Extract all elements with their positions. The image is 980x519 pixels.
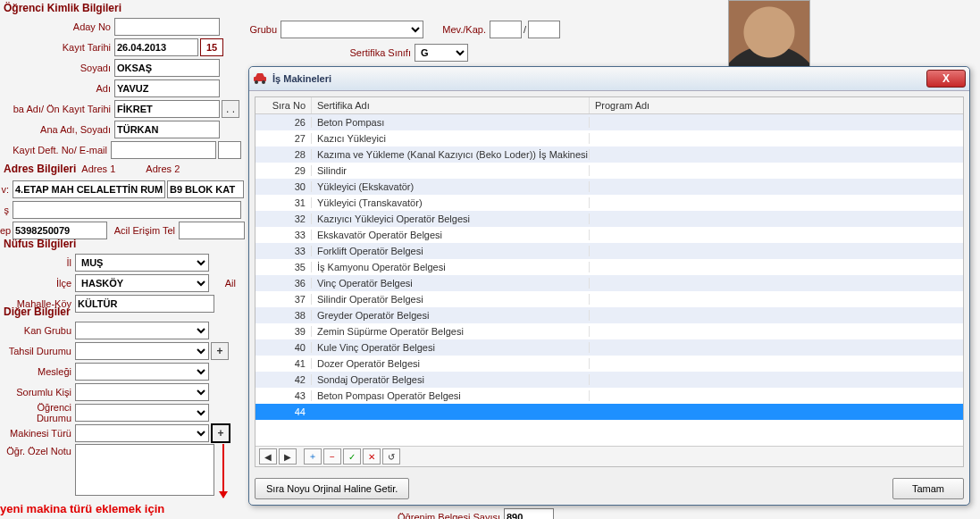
lbl-adi: Adı (0, 83, 114, 94)
baba-adi-ellipsis-button[interactable]: . . (222, 100, 239, 118)
table-row[interactable]: 41Dozer Operatör Belgesi (255, 356, 963, 372)
section-ogrenci-kimlik: Öğrenci Kimlik Bilgileri (0, 0, 241, 16)
nav-cancel-button[interactable]: ✕ (363, 448, 381, 465)
table-row[interactable]: 39Zemin Süpürme Operatör Belgesi (255, 323, 963, 339)
table-row[interactable]: 35İş Kamyonu Operatör Belgesi (255, 259, 963, 275)
table-row[interactable]: 29Silindir (255, 163, 963, 179)
sorumlu-select[interactable] (75, 383, 209, 401)
car-icon (253, 71, 267, 86)
table-row[interactable]: 28Kazıma ve Yükleme (Kanal Kazıyıcı (Bek… (255, 146, 963, 163)
mev-input[interactable] (490, 21, 522, 38)
cell-sira: 26 (255, 117, 312, 128)
table-row[interactable]: 44 (255, 404, 963, 420)
cell-sertifika: Forklift Operatör Belgesi (312, 246, 590, 256)
table-row[interactable]: 42Sondaj Operatör Belgesi (255, 372, 963, 388)
dialog-title: İş Makineleri (272, 73, 331, 84)
table-row[interactable]: 31Yükleyici (Transkavatör) (255, 195, 963, 211)
tahsil-select[interactable] (75, 342, 209, 360)
cell-sertifika: Vinç Operatör Belgesi (312, 278, 590, 289)
soyadi-input[interactable] (114, 59, 220, 77)
lbl-ilce: İlçe (0, 278, 75, 289)
cell-sira: 41 (255, 358, 312, 369)
ogrenci-durumu-select[interactable] (75, 404, 209, 422)
kayit-tarihi-suffix[interactable] (200, 38, 223, 56)
sira-no-reset-button[interactable]: Sıra Noyu Orjinal Haline Getir. (255, 478, 409, 499)
section-diger: Diğer Bilgiler (0, 304, 250, 320)
lbl-adres1: Adres 1 (81, 163, 146, 174)
cell-sertifika: Silindir (312, 165, 590, 176)
table-row[interactable]: 37Silindir Operatör Belgesi (255, 291, 963, 307)
ozel-notu-textarea[interactable] (75, 444, 214, 496)
table-row[interactable]: 33Ekskavatör Operatör Belgesi (255, 227, 963, 243)
kan-select[interactable] (75, 322, 209, 339)
dialog-close-button[interactable]: X (926, 70, 966, 88)
adres2-input[interactable] (167, 180, 244, 198)
grubu-select[interactable] (281, 21, 423, 38)
ilce-select[interactable]: HASKÖY (75, 274, 209, 292)
kap-input[interactable] (528, 21, 560, 38)
nav-refresh-button[interactable]: ↺ (382, 448, 400, 465)
col-sira-no[interactable]: Sıra No (255, 97, 312, 113)
cell-sira: 44 (255, 406, 312, 417)
lbl-mev-kap: Mev./Kap. (423, 24, 490, 35)
cell-sira: 42 (255, 374, 312, 385)
cell-sertifika: Kazıcı Yükleyici (312, 133, 590, 144)
table-row[interactable]: 33Forklift Operatör Belgesi (255, 243, 963, 259)
lbl-ana-adi: Ana Adı, Soyadı (0, 124, 114, 135)
adi-input[interactable] (114, 80, 220, 97)
lbl-kayit-tarihi: Kayıt Tarihi (0, 42, 114, 53)
baba-adi-input[interactable] (114, 100, 220, 118)
kayit-tarihi-input[interactable] (114, 38, 198, 56)
adres1-input[interactable] (13, 180, 165, 198)
makine-turu-add-button[interactable]: + (211, 423, 230, 443)
nav-post-button[interactable]: ✓ (343, 448, 361, 465)
nav-first-button[interactable]: ◀ (259, 448, 277, 465)
lbl-sertifika-sinifi: Sertifika Sınıfı (232, 47, 415, 58)
lbl-is: ş (0, 205, 13, 215)
cell-sira: 35 (255, 262, 312, 272)
section-adres: Adres Bilgileri (0, 161, 81, 177)
lbl-adres2: Adres 2 (146, 163, 199, 174)
table-row[interactable]: 43Beton Pompası Operatör Belgesi (255, 388, 963, 404)
makine-turu-select[interactable] (75, 424, 209, 442)
dialog-titlebar[interactable]: İş Makineleri X (249, 67, 969, 91)
section-nufus: Nüfus Bilgileri (0, 236, 250, 252)
cell-sira: 33 (255, 246, 312, 256)
kayit-deft-input[interactable] (111, 141, 216, 159)
cell-sertifika: Beton Pompası (312, 117, 590, 128)
aday-no-input[interactable] (114, 18, 220, 36)
lbl-ogrenim-belgesi: Öğrenim Belgesi Sayısı (375, 512, 504, 519)
lbl-ail: Ail (209, 278, 239, 289)
nav-insert-button[interactable]: ＋ (304, 448, 322, 465)
table-row[interactable]: 27Kazıcı Yükleyici (255, 130, 963, 146)
nav-last-button[interactable]: ▶ (279, 448, 297, 465)
meslegi-select[interactable] (75, 363, 209, 381)
col-sertifika-adi[interactable]: Sertifika Adı (312, 97, 590, 113)
ogrenim-belgesi-input[interactable] (504, 508, 554, 519)
cell-sira: 30 (255, 181, 312, 192)
table-row[interactable]: 30Yükleyici (Ekskavatör) (255, 179, 963, 195)
lbl-kayit-deft: Kayıt Deft. No/ E-mail (0, 145, 111, 155)
email-ext-input[interactable] (218, 141, 241, 159)
table-row[interactable]: 26Beton Pompası (255, 114, 963, 130)
table-row[interactable]: 38Greyder Operatör Belgesi (255, 307, 963, 323)
cell-sertifika: Yükleyici (Transkavatör) (312, 197, 590, 208)
il-select[interactable]: MUŞ (75, 254, 209, 272)
table-row[interactable]: 32Kazıyıcı Yükleyici Operatör Belgesi (255, 211, 963, 227)
ana-adi-input[interactable] (114, 121, 220, 138)
cell-sertifika: Zemin Süpürme Operatör Belgesi (312, 326, 590, 337)
col-program-adi[interactable]: Program Adı (590, 97, 963, 113)
table-row[interactable]: 36Vinç Operatör Belgesi (255, 275, 963, 291)
tahsil-add-button[interactable]: + (211, 342, 229, 360)
nav-delete-button[interactable]: − (323, 448, 341, 465)
is-tel-input[interactable] (13, 201, 241, 219)
cell-sira: 40 (255, 342, 312, 353)
table-row[interactable]: 40Kule Vinç Operatör Belgesi (255, 339, 963, 356)
tamam-button[interactable]: Tamam (892, 478, 964, 499)
cell-sertifika: İş Kamyonu Operatör Belgesi (312, 262, 590, 272)
sertifika-sinifi-select[interactable]: G (415, 44, 468, 62)
cell-sertifika: Dozer Operatör Belgesi (312, 358, 590, 369)
cell-sira: 27 (255, 133, 312, 144)
lbl-tahsil: Tahsil Durumu (0, 346, 75, 356)
grid-body[interactable]: 26Beton Pompası27Kazıcı Yükleyici28Kazım… (255, 114, 963, 446)
